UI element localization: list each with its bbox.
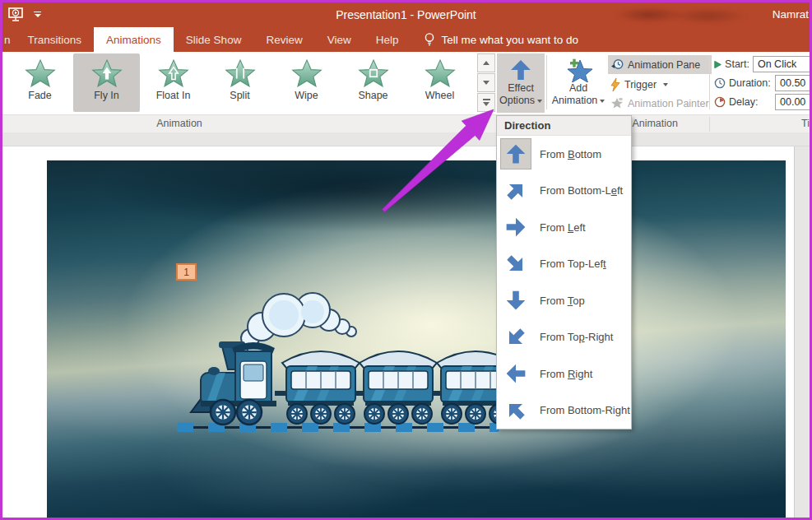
gallery-item-wheel[interactable]: Wheel	[406, 53, 473, 112]
direction-arrow-icon	[505, 216, 527, 238]
trigger-bolt-icon	[610, 78, 620, 91]
lightbulb-icon	[424, 32, 435, 47]
delay-label: Delay:	[729, 96, 758, 108]
direction-arrow-iconbox	[500, 358, 531, 389]
start-row: Start: On Click	[714, 55, 811, 73]
gallery-item-label: Shape	[358, 90, 387, 101]
menu-item-from-top-left[interactable]: From Top-Left	[497, 246, 631, 283]
menu-item-label: From Bottom	[540, 148, 601, 160]
gallery-item-label: Wipe	[295, 90, 318, 101]
gallery-more-button[interactable]	[477, 93, 495, 112]
tab-help[interactable]: Help	[364, 27, 411, 52]
menu-item-label: From Top-Right	[540, 331, 613, 343]
star-split-icon	[225, 59, 256, 87]
train-illustration[interactable]	[189, 290, 502, 434]
duration-row: Duration: 00.50	[714, 74, 811, 92]
right-panel-strip	[794, 146, 810, 518]
play-icon	[714, 59, 722, 70]
effect-options-label-1: Effect	[508, 82, 534, 95]
gallery-item-split[interactable]: Split	[206, 53, 273, 112]
duration-label: Duration:	[729, 77, 771, 89]
direction-arrow-icon	[505, 253, 527, 275]
gallery-scroll-down-button[interactable]	[477, 73, 495, 92]
star-arrow-outline-icon	[158, 59, 189, 87]
trigger-button[interactable]: Trigger	[608, 75, 712, 94]
menu-item-from-right[interactable]: From Right	[497, 355, 631, 392]
slide-canvas[interactable]: 1	[2, 146, 810, 518]
star-icon	[425, 59, 456, 87]
duration-input[interactable]: 00.50	[775, 75, 811, 91]
menu-item-from-top[interactable]: From Top	[497, 282, 631, 319]
menu-item-label: From Bottom-Left	[540, 184, 623, 197]
menu-item-from-bottom[interactable]: From Bottom	[497, 136, 631, 173]
ribbon-tab-row: n TransitionsAnimationsSlide ShowReviewV…	[2, 27, 810, 52]
direction-arrow-iconbox	[500, 322, 531, 353]
gallery-item-label: Wheel	[425, 90, 454, 101]
tell-me-box[interactable]: Tell me what you want to do	[411, 27, 578, 52]
menu-item-from-bottom-left[interactable]: From Bottom-Left	[497, 173, 631, 210]
gallery-item-label: Split	[230, 90, 249, 101]
animation-gallery: FadeFly InFloat InSplitWipeShapeWheel	[7, 53, 477, 112]
gallery-item-fade[interactable]: Fade	[7, 53, 73, 112]
tell-me-label: Tell me what you want to do	[441, 34, 578, 46]
effect-options-label-2: Options	[499, 95, 535, 106]
account-name[interactable]: Namrat	[773, 2, 809, 27]
star-icon	[291, 59, 322, 87]
tab-slide-show[interactable]: Slide Show	[174, 27, 254, 52]
add-animation-button[interactable]: Add Animation	[550, 53, 606, 113]
delay-row: Delay: 00.00	[714, 93, 811, 111]
chevron-down-icon	[537, 100, 542, 103]
gallery-item-wipe[interactable]: Wipe	[273, 53, 340, 112]
animation-pane-button[interactable]: Animation Pane	[608, 55, 712, 74]
effect-options-button[interactable]: Effect Options	[497, 53, 545, 113]
duration-clock-icon	[714, 77, 726, 89]
trigger-label: Trigger	[624, 79, 657, 91]
plus-icon	[570, 59, 578, 67]
direction-arrow-icon	[505, 290, 527, 311]
direction-arrow-icon	[505, 327, 527, 348]
gallery-item-shape[interactable]: Shape	[340, 53, 406, 112]
start-label: Start:	[725, 58, 749, 70]
scroll-up-icon	[483, 61, 490, 65]
add-animation-icon	[564, 58, 592, 82]
delay-clock-icon	[714, 96, 726, 108]
star-icon	[25, 59, 56, 87]
tab-partial-left[interactable]: n	[2, 27, 16, 52]
gallery-item-label: Fly In	[94, 90, 119, 101]
gallery-item-fly-in[interactable]: Fly In	[73, 53, 140, 112]
window-title: Presentation1 - PowerPoint	[2, 2, 810, 27]
direction-arrow-iconbox	[500, 211, 531, 243]
tab-review[interactable]: Review	[253, 27, 314, 52]
add-animation-label-2: Animation	[552, 95, 598, 106]
direction-arrow-iconbox	[500, 395, 531, 426]
gallery-item-float-in[interactable]: Float In	[140, 53, 206, 112]
direction-arrow-icon	[505, 363, 527, 384]
delay-input[interactable]: 00.00	[775, 94, 811, 110]
tab-view[interactable]: View	[315, 27, 364, 52]
direction-arrow-iconbox	[500, 175, 531, 207]
animation-order-badge[interactable]: 1	[176, 263, 197, 281]
group-divider	[546, 55, 547, 109]
gallery-scroll-up-button[interactable]	[477, 53, 495, 72]
ribbon-group-strip: Animation Advanced Animation Timing	[2, 114, 810, 132]
direction-arrow-icon	[505, 400, 527, 421]
powerpoint-window: Presentation1 - PowerPoint Namrat n Tran…	[0, 0, 812, 520]
animation-pane-icon	[610, 58, 624, 72]
menu-item-from-top-right[interactable]: From Top-Right	[497, 319, 631, 356]
direction-arrow-iconbox	[500, 285, 531, 316]
start-select[interactable]: On Click	[753, 56, 811, 72]
menu-item-from-left[interactable]: From Left	[497, 209, 631, 246]
tab-animations[interactable]: Animations	[94, 27, 174, 52]
animation-painter-icon	[610, 97, 624, 109]
group-divider	[709, 55, 710, 109]
slide-photo-clouds[interactable]: 1	[47, 160, 786, 518]
direction-arrow-iconbox	[500, 138, 531, 169]
effect-options-menu: Direction From BottomFrom Bottom-LeftFro…	[496, 115, 632, 429]
group-divider	[709, 117, 710, 132]
direction-arrow-icon	[505, 180, 527, 202]
group-label-animation: Animation	[118, 118, 241, 129]
direction-arrow-icon	[505, 143, 527, 165]
group-label-timing: Timing	[801, 118, 812, 129]
tab-transitions[interactable]: Transitions	[16, 27, 95, 52]
menu-item-from-bottom-right[interactable]: From Bottom-Right	[497, 392, 631, 429]
